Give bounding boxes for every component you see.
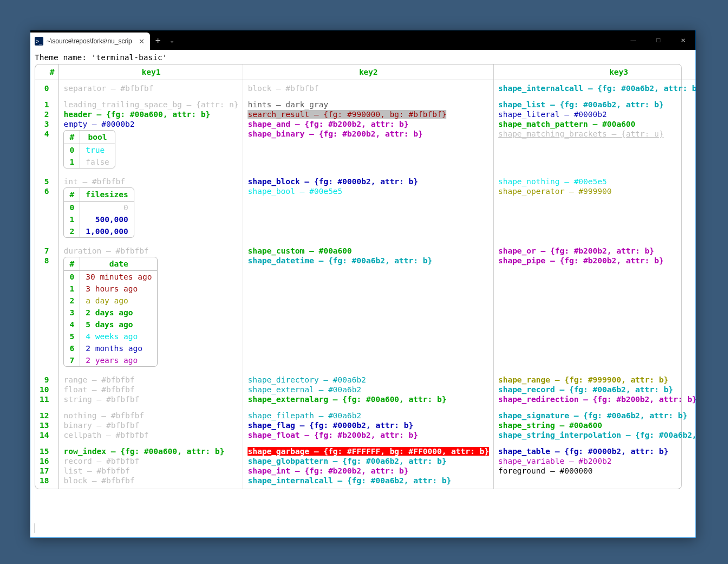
table-row: 15161718 row_index – {fg: #00a600, attr:… (35, 443, 696, 489)
cell-line: shape_pipe – {fg: #b200b2, attr: b} (498, 256, 696, 265)
row-index: 1 (40, 100, 54, 109)
header-key2: key2 (243, 64, 493, 80)
table-row: 56 int – #bfbfbf # filesizes 0 0 1 500,0… (35, 173, 696, 243)
minimize-button[interactable]: — (621, 30, 646, 50)
cell-line: shape_filepath – #00a6b2 (248, 411, 489, 420)
row-index: 8 (40, 256, 54, 265)
inner-row: 5 4 weeks ago (64, 330, 157, 342)
inner-val: 2 months ago (80, 342, 158, 354)
cell-line: record – #bfbfbf (63, 456, 238, 466)
cell-line: shape_bool – #00e5e5 (248, 186, 489, 196)
cell-line: shape_garbage – {fg: #FFFFFF, bg: #FF000… (248, 446, 489, 456)
cell-line: duration – #bfbfbf (63, 246, 238, 256)
row-index: 7 (40, 246, 54, 256)
inner-val: 2 years ago (80, 354, 158, 366)
row-index: 18 (40, 476, 54, 485)
row-index: 10 (40, 385, 54, 394)
cell-line: cellpath – #bfbfbf (63, 430, 238, 440)
cell-line: shape_binary – {fg: #b200b2, attr: b} (248, 129, 489, 139)
inner-row: 2 1,000,000 (64, 225, 133, 237)
cell-line: shape_internalcall – {fg: #00a6b2, attr:… (248, 476, 489, 485)
new-tab-button[interactable]: + (150, 30, 166, 50)
row-index: 2 (40, 109, 54, 119)
inner-val: 0 (80, 202, 134, 214)
inner-row: 0 0 (64, 202, 133, 214)
cell-line: shape_table – {fg: #0000b2, attr: b} (498, 446, 696, 456)
inner-idx: 0 (64, 271, 80, 283)
row-index: 6 (40, 186, 54, 196)
cell-line: string – #bfbfbf (63, 394, 238, 404)
row-index: 4 (40, 129, 54, 139)
cell-line: list – #bfbfbf (63, 466, 238, 476)
inner-header-val: date (80, 257, 158, 271)
inner-idx: 4 (64, 319, 80, 330)
terminal-cursor (35, 523, 35, 533)
cell-line: leading_trailing_space_bg – {attr: n} (63, 100, 238, 109)
inner-idx: 5 (64, 330, 80, 342)
cell-line: shape_directory – #00a6b2 (248, 375, 489, 385)
window-controls: — ☐ ✕ (621, 30, 696, 50)
terminal-content[interactable]: Theme name: 'terminal-basic' # key1 key2… (30, 50, 696, 537)
cell-line: shape_string_interpolation – {fg: #00a6b… (498, 430, 696, 440)
row-index: 17 (40, 466, 54, 476)
inner-idx: 1 (64, 213, 80, 225)
cell-line: empty – #0000b2 (63, 119, 238, 129)
cell-line: float – #bfbfbf (63, 385, 238, 394)
inner-idx: 0 (64, 144, 80, 157)
tab-active[interactable]: >_ ~\source\repos\forks\nu_scrip ✕ (30, 33, 150, 50)
terminal-window: >_ ~\source\repos\forks\nu_scrip ✕ + ⌄ —… (30, 30, 696, 538)
inner-val: 1,000,000 (80, 225, 134, 237)
inner-row: 1 false (64, 156, 114, 168)
tab-dropdown-button[interactable]: ⌄ (166, 30, 178, 50)
cell-line: shape_externalarg – {fg: #00a600, attr: … (248, 394, 489, 404)
close-button[interactable]: ✕ (671, 30, 696, 50)
inner-row: 0 true (64, 144, 114, 157)
cell-line: shape_redirection – {fg: #b200b2, attr: … (498, 394, 696, 404)
inner-table-fsz: # filesizes 0 0 1 500,000 2 1,000,000 (63, 187, 134, 238)
inner-header-val: bool (80, 131, 115, 144)
cell-line: nothing – #bfbfbf (63, 411, 238, 420)
cell-line: shape_internalcall – {fg: #00a6b2, attr:… (498, 83, 696, 93)
inner-val: 30 minutes ago (80, 271, 158, 283)
row-index: 3 (40, 119, 54, 129)
cell-line: range – #bfbfbf (63, 375, 238, 385)
inner-row: 6 2 months ago (64, 342, 157, 354)
cell-line: shape_float – {fg: #b200b2, attr: b} (248, 430, 489, 440)
cell-line: shape_or – {fg: #b200b2, attr: b} (498, 246, 696, 256)
table-row: 0 separator – #bfbfbf block – #bfbfbf sh… (35, 80, 696, 97)
cell-line: shape_list – {fg: #00a6b2, attr: b} (498, 100, 696, 109)
maximize-button[interactable]: ☐ (646, 30, 671, 50)
inner-header-idx: # (64, 131, 80, 144)
inner-table-date: # date 0 30 minutes ago 1 3 hours ago 2 … (63, 257, 158, 367)
inner-table-bool: # bool 0 true 1 false (63, 130, 115, 168)
cell-line: shape_custom – #00a600 (248, 246, 489, 256)
row-index: 12 (40, 411, 54, 420)
tab-title: ~\source\repos\forks\nu_scrip (47, 37, 132, 45)
cell-line: hints – dark_gray (248, 100, 489, 109)
row-index: 14 (40, 430, 54, 440)
table-row: 91011 range – #bfbfbffloat – #bfbfbfstri… (35, 372, 696, 407)
cell-line: shape_external – #00a6b2 (248, 385, 489, 394)
row-index: 0 (40, 83, 54, 93)
cell-line: int – #bfbfbf (63, 177, 238, 186)
inner-idx: 1 (64, 156, 80, 168)
cell-line: block – #bfbfbf (63, 476, 238, 485)
table-row: 78 duration – #bfbfbf # date 0 30 minute… (35, 243, 696, 372)
inner-idx: 7 (64, 354, 80, 366)
inner-header-val: filesizes (80, 188, 134, 202)
cell-line: shape_datetime – {fg: #00a6b2, attr: b} (248, 256, 489, 265)
inner-header-idx: # (64, 188, 80, 202)
inner-val: true (80, 144, 115, 157)
header-key3: key3 (493, 64, 696, 80)
close-tab-icon[interactable]: ✕ (139, 37, 145, 46)
cell-line: shape_signature – {fg: #00a6b2, attr: b} (498, 411, 696, 420)
inner-row: 0 30 minutes ago (64, 271, 157, 283)
inner-val: 3 hours ago (80, 283, 158, 295)
row-index: 11 (40, 394, 54, 404)
row-index: 16 (40, 456, 54, 466)
powershell-icon: >_ (35, 37, 43, 46)
cell-line: shape_string – #00a600 (498, 420, 696, 430)
titlebar: >_ ~\source\repos\forks\nu_scrip ✕ + ⌄ —… (30, 30, 696, 50)
cell-line: shape_matching_brackets – {attr: u} (498, 129, 696, 139)
row-index: 13 (40, 420, 54, 430)
